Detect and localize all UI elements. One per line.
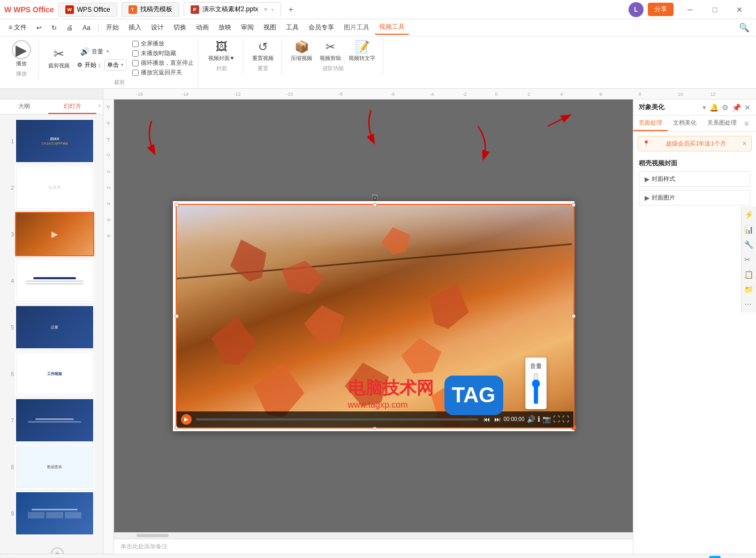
panel-collapse[interactable]: ‹ <box>96 100 103 114</box>
panel-tab-slides[interactable]: 幻灯片 <box>48 100 96 114</box>
search-button[interactable]: 🔍 <box>737 21 752 34</box>
promo-close-btn[interactable]: ✕ <box>742 140 747 147</box>
fullscreen-checkbox[interactable]: 全屏播放 <box>132 40 194 48</box>
rp-icon-close[interactable]: ✕ <box>744 103 751 112</box>
rp-tab-doc[interactable]: 文档美化 <box>668 116 702 131</box>
volume-slider[interactable] <box>531 372 541 404</box>
ribbon-reset-btn[interactable]: ↺ 重置视频 <box>249 39 277 64</box>
slide-thumb-2[interactable]: 目录页 <box>15 165 94 210</box>
add-slide-btn[interactable]: + <box>12 543 103 554</box>
rewind-checkbox[interactable]: 播放完返回开关 <box>132 68 194 77</box>
side-icon-5[interactable]: 📁 <box>743 284 755 295</box>
rp-cover-image-header[interactable]: ▶ 封面图片 <box>639 190 750 205</box>
tab-wps[interactable]: W WPS Office <box>58 3 117 17</box>
start-dropdown[interactable]: 单击 ▼ <box>104 59 127 71</box>
menu-slideshow[interactable]: 放映 <box>214 21 236 34</box>
rp-tab-page[interactable]: 页面处理 <box>633 116 668 131</box>
rp-icon-pin[interactable]: 📌 <box>732 103 741 112</box>
slide-item-9[interactable]: 9 <box>15 491 100 536</box>
menu-undo[interactable]: ↩ <box>32 22 46 34</box>
menu-picture-tools[interactable]: 图片工具 <box>339 21 374 34</box>
menu-video-tools[interactable]: 视频工具 <box>375 20 409 35</box>
volume-dropdown[interactable]: ▼ <box>105 49 110 54</box>
slide-thumb-8[interactable]: 数据图表 <box>15 445 94 489</box>
side-icon-1[interactable]: ⚡ <box>743 209 755 220</box>
ribbon-trim-btn[interactable]: ✂ 裁剪视频 <box>45 45 73 71</box>
side-icon-3[interactable]: 🔧 <box>743 239 755 250</box>
notes-area[interactable]: 单击此处添加备注 <box>114 539 633 554</box>
rp-icon-sound[interactable]: 🔔 <box>709 103 719 112</box>
menu-transition[interactable]: 切换 <box>169 21 191 34</box>
handle-top-right[interactable] <box>571 203 576 207</box>
user-avatar[interactable]: L <box>629 2 644 17</box>
volume-btn[interactable]: 🔊 <box>527 415 535 423</box>
video-progress[interactable] <box>196 418 478 421</box>
video-fullscreen-btn[interactable]: ⛶ <box>562 415 569 423</box>
handle-top-left[interactable] <box>175 203 179 207</box>
ribbon-play-btn[interactable]: ▶ 播放 <box>9 39 34 69</box>
menu-insert[interactable]: 插入 <box>124 21 146 34</box>
loop-checkbox[interactable]: 循环播放，直至停止 <box>132 59 194 67</box>
close-button[interactable]: ✕ <box>727 2 752 18</box>
ribbon-compress-btn[interactable]: 📦 压缩视频 <box>288 39 315 64</box>
slide-thumb-4[interactable] <box>15 258 94 303</box>
video-rewind-btn[interactable]: ⏮ <box>482 415 491 424</box>
menu-review[interactable]: 审阅 <box>237 21 258 34</box>
h-scroll-thumb[interactable] <box>137 534 169 537</box>
side-icon-2[interactable]: 📊 <box>743 224 755 235</box>
menu-animation[interactable]: 动画 <box>192 21 213 34</box>
ribbon-to-text-btn[interactable]: 📝 视频转文字 <box>345 39 379 64</box>
handle-mid-right[interactable] <box>571 314 576 318</box>
side-icon-6[interactable]: ⋯ <box>743 299 755 310</box>
slide-thumb-5[interactable]: 品量 <box>15 305 94 349</box>
slide-thumb-3[interactable]: ▶ <box>15 212 94 256</box>
slide-thumb-6[interactable]: 工作框架 <box>15 351 94 396</box>
maximize-button[interactable]: □ <box>702 2 727 18</box>
ribbon-volume-btn[interactable]: 🔊 音量 ▼ <box>77 45 127 57</box>
rp-tab-relation[interactable]: 关系图处理 <box>702 116 742 131</box>
slide-item-1[interactable]: 1 20XX 工作总结汇报PPT模板 <box>15 119 100 163</box>
slide-item-2[interactable]: 2 目录页 <box>15 165 100 210</box>
video-expand-btn[interactable]: ⛶ <box>553 415 560 423</box>
menu-redo[interactable]: ↻ <box>47 22 61 34</box>
menu-design[interactable]: 设计 <box>147 21 168 34</box>
tab-template[interactable]: T 找稿壳模板 <box>122 2 179 17</box>
slide-item-6[interactable]: 6 工作框架 <box>15 351 100 396</box>
minimize-button[interactable]: ─ <box>678 2 702 18</box>
video-settings-btn[interactable]: ℹ <box>538 415 540 423</box>
slide-item-7[interactable]: 7 <box>15 398 100 442</box>
slide-thumb-9[interactable] <box>15 491 94 536</box>
slide-thumb-7[interactable] <box>15 398 94 442</box>
side-icon-4[interactable]: 📋 <box>743 269 755 280</box>
menu-tools[interactable]: 工具 <box>282 21 303 34</box>
ppt-tab-close[interactable]: ✕ <box>263 6 268 12</box>
slide-thumb-1[interactable]: 20XX 工作总结汇报PPT模板 <box>15 119 94 163</box>
hide-checkbox[interactable]: 未播放时隐藏 <box>132 49 194 57</box>
add-tab-button[interactable]: + <box>285 5 297 14</box>
handle-mid-left[interactable] <box>175 314 179 318</box>
panel-tab-outline[interactable]: 大纲 <box>0 100 48 114</box>
video-element[interactable]: ⊙ ▶ ⏮ ⏭ 00:00:00 🔊 ℹ <box>176 204 574 429</box>
rotation-handle[interactable]: ⊙ <box>372 194 377 200</box>
video-ff-btn[interactable]: ⏭ <box>493 415 502 424</box>
share-button[interactable]: 分享 <box>648 3 674 16</box>
video-screenshot-btn[interactable]: 📷 <box>542 415 551 423</box>
slide-item-8[interactable]: 8 数据图表 <box>15 445 100 489</box>
slide-item-5[interactable]: 5 品量 <box>15 305 100 349</box>
menu-view[interactable]: 视图 <box>259 21 281 34</box>
menu-vip[interactable]: 会员专享 <box>304 21 338 34</box>
menu-format[interactable]: Aa <box>78 22 95 34</box>
handle-top-mid[interactable] <box>373 203 377 207</box>
slide-item-4[interactable]: 4 <box>15 258 100 303</box>
video-play-btn[interactable]: ▶ <box>181 414 192 425</box>
side-icon-scissors[interactable]: ✂ <box>743 254 755 265</box>
rp-icon-settings[interactable]: ⚙ <box>722 103 729 112</box>
menu-file[interactable]: ≡ 文件 <box>4 21 31 34</box>
rp-more-btn[interactable]: ≡ <box>742 116 751 131</box>
menu-start[interactable]: 开始 <box>102 21 123 34</box>
slide-canvas[interactable]: ⊙ ▶ ⏮ ⏭ 00:00:00 🔊 ℹ <box>173 201 574 431</box>
menu-print[interactable]: 🖨 <box>62 22 77 34</box>
ribbon-video-trim-btn[interactable]: ✂ 视频剪辑 <box>316 39 344 64</box>
ribbon-cover-btn[interactable]: 🖼 视频封面▼ <box>205 39 238 64</box>
slide-item-3[interactable]: 3 ▶ <box>15 212 100 256</box>
